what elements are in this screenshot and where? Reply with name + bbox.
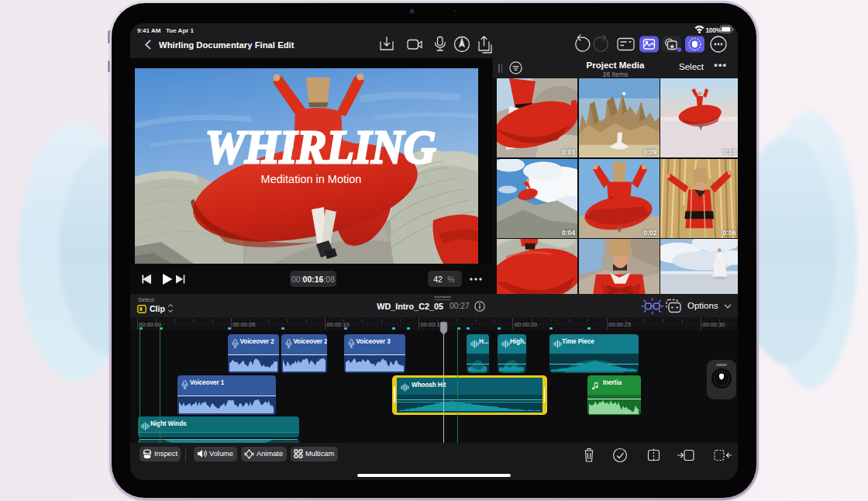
svg-text:100%: 100% — [706, 26, 722, 34]
svg-text:%: % — [447, 275, 454, 284]
svg-text:00:00:16:08: 00:00:16:08 — [291, 275, 335, 284]
svg-text:42: 42 — [433, 275, 443, 284]
